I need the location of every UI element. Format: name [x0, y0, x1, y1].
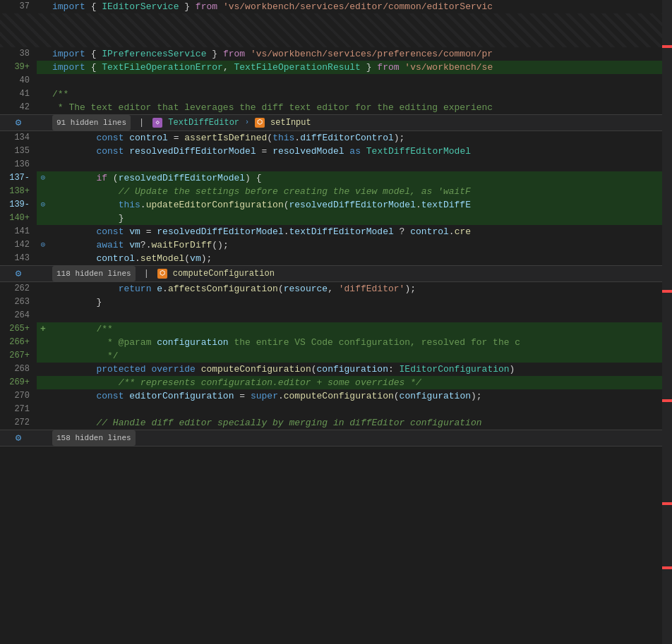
line-gutter-269	[37, 376, 49, 389]
line-gutter-137: ⊙	[37, 171, 49, 185]
code-line-267: 267+ */	[0, 349, 672, 363]
line-content-267: */	[49, 349, 672, 363]
editor-container: 37 import { IEditorService } from 'vs/wo…	[0, 0, 672, 644]
code-line-138: 138+ // Update the settings before creat…	[0, 185, 672, 198]
sep-icon-1: ⚙	[0, 115, 37, 130]
line-number-42: 42	[0, 101, 37, 114]
hidden-count-3: 158 hidden lines	[52, 430, 136, 446]
code-line-262: 262 return e.affectsConfiguration(resour…	[0, 282, 672, 296]
scrollbar-marker-4	[662, 502, 672, 505]
line-number-136: 136	[0, 158, 37, 171]
sep-text-2: 118 hidden lines | ⬡ computeConfiguratio…	[49, 266, 275, 281]
line-number-269: 269+	[0, 376, 37, 389]
sep-text-3: 158 hidden lines	[49, 430, 136, 446]
line-gutter-40	[37, 74, 49, 87]
line-content-139: this.updateEditorConfiguration(resolvedD…	[49, 198, 672, 212]
scrollbar-marker-1	[662, 45, 672, 48]
line-gutter-265: +	[37, 322, 49, 336]
line-content-263: }	[49, 296, 672, 309]
class-icon-1: ◇	[152, 118, 162, 128]
line-gutter-139: ⊙	[37, 198, 49, 212]
line-content-37: import { IEditorService } from 'vs/workb…	[49, 0, 672, 13]
code-line-37: 37 import { IEditorService } from 'vs/wo…	[0, 0, 672, 13]
line-gutter-263	[37, 296, 49, 309]
hidden-count-1: 91 hidden lines	[52, 115, 131, 130]
code-line-270: 270 const editorConfiguration = super.co…	[0, 389, 672, 403]
line-gutter-272	[37, 416, 49, 430]
code-line-263: 263 }	[0, 296, 672, 309]
line-number-270: 270	[0, 389, 37, 403]
code-line-264: 264	[0, 309, 672, 322]
code-line-134: 134 const control = assertIsDefined(this…	[0, 131, 672, 145]
line-number-143: 143	[0, 252, 37, 265]
sep-arrow-1: ›	[245, 115, 249, 130]
line-number-272: 272	[0, 416, 37, 430]
func-icon-1: ⬡	[255, 118, 265, 128]
code-line-38: 38 import { IPreferencesService } from '…	[0, 47, 672, 61]
code-line-272: 272 // Handle diff editor specially by m…	[0, 416, 672, 430]
line-number-41: 41	[0, 87, 37, 101]
code-line-142: 142 ⊙ await vm?.waitForDiff();	[0, 238, 672, 252]
code-line-136: 136	[0, 158, 672, 171]
code-line-266: 266+ * @param configuration the entire V…	[0, 336, 672, 349]
line-number-39: 39+	[0, 61, 37, 74]
line-number-141: 141	[0, 225, 37, 238]
line-number-264: 264	[0, 309, 37, 322]
hidden-separator-1[interactable]: ⚙ 91 hidden lines | ◇ TextDiffEditor › ⬡…	[0, 114, 672, 131]
line-gutter-267	[37, 349, 49, 363]
line-gutter-141	[37, 225, 49, 238]
code-line-265: 265+ + /**	[0, 322, 672, 336]
code-line-41: 41 /**	[0, 87, 672, 101]
line-gutter-140	[37, 212, 49, 225]
line-number-40: 40	[0, 74, 37, 87]
line-content-265: /**	[49, 322, 672, 336]
line-number-135: 135	[0, 145, 37, 158]
line-content-268: protected override computeConfiguration(…	[49, 363, 672, 376]
code-line-269: 269+ /** represents configuration.editor…	[0, 376, 672, 389]
line-number-38: 38	[0, 47, 37, 61]
line-gutter-41	[37, 87, 49, 101]
func-icon-2: ⬡	[157, 269, 167, 279]
line-number-266: 266+	[0, 336, 37, 349]
line-gutter-271	[37, 403, 49, 416]
line-content-272: // Handle diff editor specially by mergi…	[49, 416, 672, 430]
line-number-37: 37	[0, 0, 37, 13]
func-name-1: setInput	[270, 115, 311, 130]
code-line-271: 271	[0, 403, 672, 416]
hidden-separator-2[interactable]: ⚙ 118 hidden lines | ⬡ computeConfigurat…	[0, 265, 672, 282]
code-line-140: 140+ }	[0, 212, 672, 225]
line-content-271	[49, 403, 672, 416]
sep-text-1: 91 hidden lines | ◇ TextDiffEditor › ⬡ s…	[49, 115, 311, 130]
line-gutter-136	[37, 158, 49, 171]
code-line-143: 143 control.setModel(vm);	[0, 252, 672, 265]
line-gutter-135	[37, 145, 49, 158]
code-line-268: 268 protected override computeConfigurat…	[0, 363, 672, 376]
code-line-39: 39+ import { TextFileOperationError, Tex…	[0, 61, 672, 74]
line-gutter-266	[37, 336, 49, 349]
line-content-42: * The text editor that leverages the dif…	[49, 101, 672, 114]
line-gutter-134	[37, 131, 49, 145]
scrollbar[interactable]	[662, 0, 672, 644]
line-number-262: 262	[0, 282, 37, 296]
line-number-142: 142	[0, 238, 37, 252]
scrollbar-marker-5	[662, 566, 672, 569]
code-area[interactable]: 37 import { IEditorService } from 'vs/wo…	[0, 0, 672, 644]
class-name-1: TextDiffEditor	[168, 115, 239, 130]
line-content-136	[49, 158, 672, 171]
line-gutter-268	[37, 363, 49, 376]
line-content-138: // Update the settings before creating t…	[49, 185, 672, 198]
hidden-separator-3[interactable]: ⚙ 158 hidden lines	[0, 430, 672, 446]
line-gutter-142: ⊙	[37, 238, 49, 252]
hidden-count-2: 118 hidden lines	[52, 266, 136, 281]
line-gutter-264	[37, 309, 49, 322]
line-content-134: const control = assertIsDefined(this.dif…	[49, 131, 672, 145]
code-line-137: 137- ⊙ if (resolvedDiffEditorModel) {	[0, 171, 672, 185]
line-content-262: return e.affectsConfiguration(resource, …	[49, 282, 672, 296]
sep-icon-2: ⚙	[0, 266, 37, 281]
line-gutter-138	[37, 185, 49, 198]
line-gutter-37	[37, 0, 49, 13]
scrollbar-marker-2	[662, 290, 672, 293]
func-name-2: computeConfiguration	[173, 266, 275, 281]
code-line-135: 135 const resolvedDiffEditorModel = reso…	[0, 145, 672, 158]
line-number-137: 137-	[0, 171, 37, 185]
